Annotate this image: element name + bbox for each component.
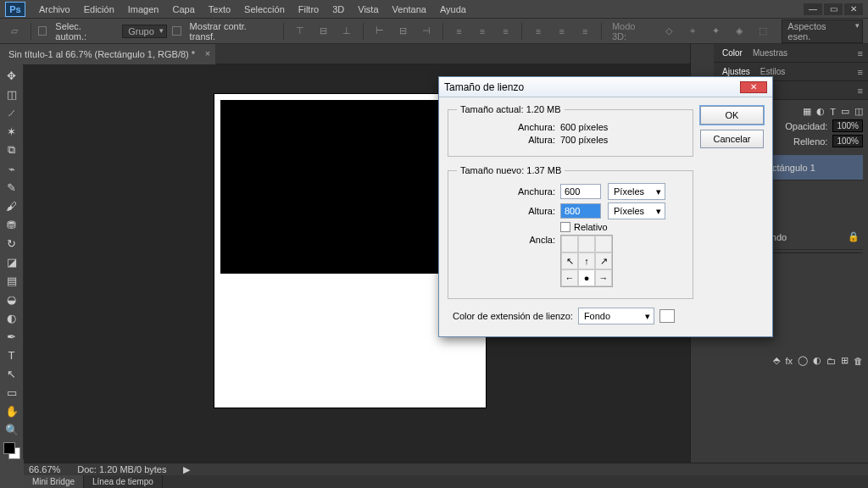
blur-tool-icon[interactable]: ◒ [2, 290, 22, 308]
healing-tool-icon[interactable]: ✎ [2, 178, 22, 197]
shape-tool-icon[interactable]: ▭ [2, 383, 22, 402]
delete-layer-icon[interactable]: 🗑 [854, 356, 863, 366]
extension-color-dropdown[interactable]: Fondo [578, 308, 654, 324]
tab-adjustments[interactable]: Ajustes [719, 67, 754, 76]
panel-menu-icon[interactable]: ≡ [858, 67, 863, 77]
anchor-sw[interactable]: ← [561, 269, 578, 286]
mode3d-3-icon[interactable]: ✦ [707, 22, 726, 41]
filter-pixel-icon[interactable]: ▦ [803, 106, 811, 117]
align-right-icon[interactable]: ⊣ [417, 22, 436, 41]
align-bottom-icon[interactable]: ⊥ [337, 22, 356, 41]
menu-ventana[interactable]: Ventana [386, 4, 433, 14]
document-tab[interactable]: Sin título-1 al 66.7% (Rectángulo 1, RGB… [0, 44, 215, 64]
brush-tool-icon[interactable]: 🖌 [2, 197, 22, 215]
magic-wand-tool-icon[interactable]: ✶ [2, 122, 22, 141]
mode3d-2-icon[interactable]: ⌖ [683, 22, 702, 41]
mode3d-1-icon[interactable]: ◇ [660, 22, 679, 41]
fill-value[interactable]: 100% [832, 135, 863, 147]
window-restore-button[interactable]: ▭ [824, 3, 843, 15]
color-swatches[interactable] [3, 442, 20, 459]
anchor-w[interactable]: ↖ [561, 252, 578, 269]
show-transform-checkbox[interactable] [172, 26, 181, 36]
mode3d-5-icon[interactable]: ⬚ [754, 22, 772, 41]
tab-timeline[interactable]: Línea de tiempo [84, 475, 163, 488]
foreground-color-swatch[interactable] [3, 442, 15, 454]
filter-shape-icon[interactable]: ▭ [841, 106, 849, 117]
mode3d-4-icon[interactable]: ◈ [730, 22, 748, 41]
height-unit-dropdown[interactable]: Píxeles [608, 202, 665, 219]
anchor-grid[interactable]: ↖ ↑ ↗ ← ● → [560, 235, 613, 287]
auto-select-target-dropdown[interactable]: Grupo [122, 25, 167, 38]
stamp-tool-icon[interactable]: ⛃ [2, 215, 22, 234]
menu-ayuda[interactable]: Ayuda [433, 4, 473, 14]
distribute-5-icon[interactable]: ≡ [553, 22, 571, 41]
link-layers-icon[interactable]: ⬘ [773, 355, 780, 366]
ok-button[interactable]: OK [700, 106, 764, 125]
align-top-icon[interactable]: ⊤ [291, 22, 309, 41]
menu-imagen[interactable]: Imagen [121, 4, 166, 14]
panel-menu-icon[interactable]: ≡ [858, 86, 863, 96]
type-tool-icon[interactable]: T [2, 346, 22, 364]
distribute-6-icon[interactable]: ≡ [576, 22, 594, 41]
distribute-4-icon[interactable]: ≡ [529, 22, 548, 41]
zoom-tool-icon[interactable]: 🔍 [2, 420, 22, 439]
lasso-tool-icon[interactable]: ⟋ [2, 103, 22, 122]
workspace-dropdown[interactable]: Aspectos esen. [782, 19, 863, 43]
tab-mini-bridge[interactable]: Mini Bridge [24, 475, 84, 488]
window-close-button[interactable]: ✕ [844, 3, 863, 15]
tab-color[interactable]: Color [719, 48, 746, 58]
new-width-input[interactable] [560, 184, 601, 199]
path-select-tool-icon[interactable]: ↖ [2, 364, 22, 383]
anchor-e[interactable]: ↗ [595, 252, 612, 269]
anchor-nw[interactable] [561, 236, 578, 252]
relative-checkbox[interactable] [560, 222, 570, 232]
zoom-readout[interactable]: 66.67% [29, 464, 60, 474]
cancel-button[interactable]: Cancelar [700, 130, 764, 148]
opacity-value[interactable]: 100% [832, 119, 863, 132]
menu-filtro[interactable]: Filtro [292, 4, 326, 14]
menu-archivo[interactable]: Archivo [32, 4, 77, 14]
panel-menu-icon[interactable]: ≡ [858, 48, 863, 58]
close-icon[interactable]: × [205, 48, 210, 58]
dialog-close-button[interactable]: ✕ [740, 81, 767, 93]
menu-capa[interactable]: Capa [165, 4, 201, 14]
align-hcenter-icon[interactable]: ⊟ [394, 22, 413, 41]
menu-vista[interactable]: Vista [351, 4, 385, 14]
extension-color-swatch[interactable] [659, 309, 675, 323]
menu-seleccion[interactable]: Selección [237, 4, 292, 14]
menu-texto[interactable]: Texto [202, 4, 237, 14]
new-group-icon[interactable]: 🗀 [826, 356, 836, 366]
anchor-n[interactable] [578, 236, 595, 252]
dodge-tool-icon[interactable]: ◐ [2, 308, 22, 327]
new-fill-layer-icon[interactable]: ◐ [813, 355, 821, 366]
anchor-c[interactable]: ↑ [578, 252, 595, 269]
menu-edicion[interactable]: Edición [77, 4, 121, 14]
marquee-tool-icon[interactable]: ◫ [2, 85, 22, 103]
dialog-titlebar[interactable]: Tamaño de lienzo ✕ [439, 77, 772, 97]
distribute-2-icon[interactable]: ≡ [473, 22, 492, 41]
window-minimize-button[interactable]: — [804, 3, 822, 15]
auto-select-checkbox[interactable] [38, 26, 47, 36]
doc-info[interactable]: Doc: 1.20 MB/0 bytes [77, 464, 166, 474]
distribute-1-icon[interactable]: ≡ [450, 22, 469, 41]
move-tool-icon[interactable]: ✥ [2, 66, 22, 85]
menu-3d[interactable]: 3D [326, 4, 351, 14]
anchor-s[interactable]: ● [578, 269, 595, 286]
filter-smart-icon[interactable]: ◫ [854, 106, 863, 117]
distribute-3-icon[interactable]: ≡ [497, 22, 515, 41]
chevron-right-icon[interactable]: ▶ [183, 464, 190, 475]
eraser-tool-icon[interactable]: ◪ [2, 252, 22, 271]
tab-styles[interactable]: Estilos [757, 67, 788, 76]
eyedropper-tool-icon[interactable]: ⌁ [2, 159, 22, 178]
tab-swatches[interactable]: Muestras [749, 48, 791, 58]
pen-tool-icon[interactable]: ✒ [2, 327, 22, 346]
history-brush-tool-icon[interactable]: ↻ [2, 234, 22, 252]
layer-fx-icon[interactable]: fx [785, 356, 793, 366]
new-layer-icon[interactable]: ⊞ [841, 355, 849, 366]
align-vcenter-icon[interactable]: ⊟ [314, 22, 333, 41]
width-unit-dropdown[interactable]: Píxeles [608, 183, 665, 200]
new-height-input[interactable] [560, 203, 601, 219]
anchor-ne[interactable] [595, 236, 612, 252]
anchor-se[interactable]: → [595, 269, 612, 286]
align-left-icon[interactable]: ⊢ [370, 22, 389, 41]
